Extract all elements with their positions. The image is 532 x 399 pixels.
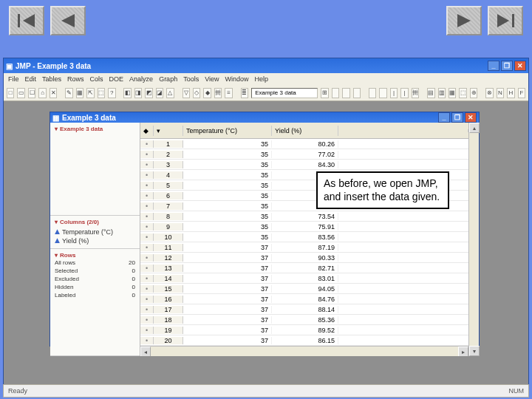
table-row[interactable]: •123790.33 <box>140 253 468 263</box>
toolbar-button-4[interactable]: ✕ <box>50 88 57 98</box>
columns-panel[interactable]: Columns (2/0) Temperature (°C) Yield (%) <box>50 216 140 249</box>
menu-window[interactable]: Window <box>225 75 249 83</box>
toolbar-button-30[interactable]: ▤ <box>427 88 434 98</box>
cell-yield[interactable]: 84.76 <box>272 296 338 303</box>
table-row[interactable]: •203786.15 <box>140 335 468 346</box>
scrollbar-vertical[interactable]: ▴ ▾ <box>468 123 479 356</box>
row-marker[interactable]: • <box>140 192 154 200</box>
maximize-button[interactable]: ❐ <box>501 61 513 71</box>
cell-temp[interactable]: 37 <box>183 306 272 313</box>
cell-temp[interactable]: 35 <box>183 182 272 189</box>
row-number[interactable]: 10 <box>154 233 183 241</box>
toolbar-button-8[interactable]: ⬚ <box>98 88 105 98</box>
menu-rows[interactable]: Rows <box>67 75 84 83</box>
toolbar-button-31[interactable]: ▥ <box>438 88 446 98</box>
row-number[interactable]: 15 <box>154 285 183 293</box>
toolbar-button-29[interactable]: 卌 <box>412 88 419 98</box>
table-row[interactable]: •113787.19 <box>140 242 468 253</box>
toolbar-button-11[interactable]: ◨ <box>134 88 142 98</box>
row-marker[interactable]: • <box>140 337 154 344</box>
row-number[interactable]: 7 <box>154 202 183 210</box>
cell-temp[interactable]: 35 <box>183 192 272 200</box>
slide-next-button[interactable] <box>446 6 482 35</box>
toolbar-button-3[interactable]: ⌂ <box>38 88 46 98</box>
row-number[interactable]: 13 <box>154 265 183 272</box>
slide-last-button[interactable] <box>488 6 523 35</box>
row-number[interactable]: 2 <box>154 151 183 158</box>
toolbar-button-21[interactable]: ⊞ <box>321 88 328 98</box>
menu-cols[interactable]: Cols <box>90 75 103 83</box>
source-panel[interactable]: Example 3 data <box>50 123 140 216</box>
toolbar-button-13[interactable]: ◪ <box>156 88 163 98</box>
menu-graph[interactable]: Graph <box>159 75 177 83</box>
toolbar-button-15[interactable]: ▽ <box>183 88 190 98</box>
scroll-up-icon[interactable]: ▴ <box>469 123 480 133</box>
row-number[interactable]: 12 <box>154 254 183 262</box>
cell-temp[interactable]: 37 <box>183 327 272 334</box>
cell-temp[interactable]: 37 <box>183 296 272 303</box>
table-row[interactable]: •143783.01 <box>140 273 468 284</box>
table-row[interactable]: •193789.52 <box>140 325 468 335</box>
cell-temp[interactable]: 35 <box>183 171 272 179</box>
row-number[interactable]: 6 <box>154 192 183 200</box>
row-number[interactable]: 4 <box>154 171 183 179</box>
row-marker[interactable]: • <box>140 296 154 303</box>
toolbar-button-1[interactable]: ▭ <box>17 88 24 98</box>
toolbar-button-25[interactable] <box>369 88 376 98</box>
cell-temp[interactable]: 37 <box>183 275 272 282</box>
row-marker[interactable]: • <box>140 316 154 324</box>
cell-yield[interactable]: 94.05 <box>272 285 338 293</box>
cell-yield[interactable]: 75.91 <box>272 223 338 231</box>
slide-first-button[interactable] <box>9 6 44 35</box>
toolbar-button-12[interactable]: ◩ <box>145 88 152 98</box>
row-marker[interactable]: • <box>140 223 154 231</box>
row-number[interactable]: 14 <box>154 275 183 282</box>
menu-analyze[interactable]: Analyze <box>129 75 153 83</box>
cell-temp[interactable]: 37 <box>183 265 272 272</box>
cell-yield[interactable]: 80.26 <box>272 140 338 148</box>
cell-temp[interactable]: 37 <box>183 244 272 251</box>
column-item-temp[interactable]: Temperature (°C) <box>55 228 135 236</box>
row-marker[interactable]: • <box>140 327 154 334</box>
row-marker[interactable]: • <box>140 254 154 262</box>
toolbar-button-16[interactable]: ◇ <box>193 88 200 98</box>
menu-doe[interactable]: DOE <box>109 75 124 83</box>
cell-temp[interactable]: 37 <box>183 285 272 293</box>
table-row[interactable]: •93575.91 <box>140 222 468 232</box>
cell-temp[interactable]: 37 <box>183 316 272 324</box>
child-close-button[interactable]: ✕ <box>465 112 477 123</box>
table-row[interactable]: •173788.14 <box>140 304 468 315</box>
column-item-yield[interactable]: Yield (%) <box>55 236 135 245</box>
row-marker[interactable]: • <box>140 151 154 158</box>
toolbar-button-22[interactable] <box>332 88 339 98</box>
row-marker[interactable]: • <box>140 202 154 210</box>
scrollbar-horizontal[interactable]: ◂ ▸ <box>140 346 468 356</box>
cell-yield[interactable]: 88.14 <box>272 306 338 313</box>
toolbar-button-32[interactable]: ▦ <box>449 88 456 98</box>
row-marker[interactable]: • <box>140 213 154 220</box>
toolbar-button-36[interactable]: N <box>497 88 504 98</box>
row-number[interactable]: 16 <box>154 296 183 303</box>
row-marker[interactable]: • <box>140 306 154 313</box>
cell-yield[interactable]: 87.19 <box>272 244 338 251</box>
col-header-temp[interactable]: Temperature (°C) <box>183 126 272 136</box>
toolbar-button-0[interactable]: □ <box>7 88 14 98</box>
toolbar-button-9[interactable]: ? <box>108 88 115 98</box>
child-maximize-button[interactable]: ❐ <box>451 112 463 123</box>
scroll-left-icon[interactable]: ◂ <box>140 347 151 356</box>
toolbar-button-23[interactable] <box>342 88 349 98</box>
table-row[interactable]: •133782.71 <box>140 263 468 273</box>
toolbar-button-27[interactable]: | <box>390 88 398 98</box>
toolbar-button-2[interactable]: ☐ <box>28 88 35 98</box>
cell-yield[interactable]: 83.01 <box>272 275 338 282</box>
close-button[interactable]: ✕ <box>514 61 526 71</box>
table-row[interactable]: •183785.36 <box>140 315 468 325</box>
cell-temp[interactable]: 35 <box>183 202 272 210</box>
table-row[interactable]: •33584.30 <box>140 160 468 170</box>
scroll-right-icon[interactable]: ▸ <box>458 347 468 356</box>
cell-yield[interactable]: 84.30 <box>272 161 338 168</box>
corner-cell[interactable]: ◆ <box>140 126 154 136</box>
cell-yield[interactable]: 77.02 <box>272 151 338 158</box>
child-minimize-button[interactable]: _ <box>438 112 450 123</box>
toolbar-button-33[interactable]: ⬚ <box>459 88 466 98</box>
